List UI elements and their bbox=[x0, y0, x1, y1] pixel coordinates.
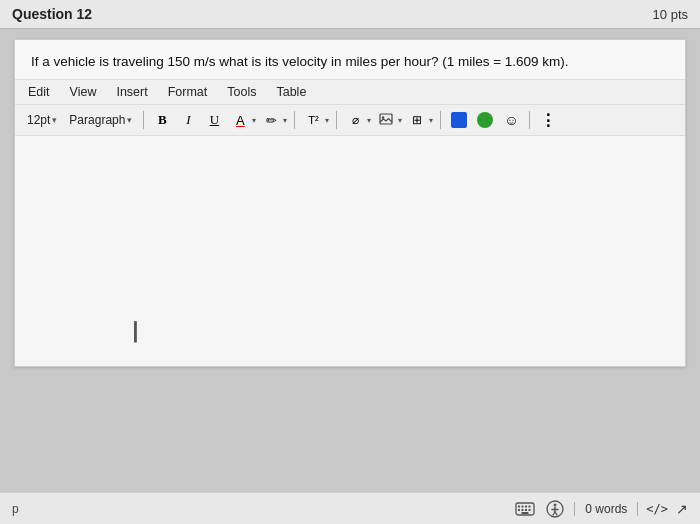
green-color-button[interactable] bbox=[474, 109, 496, 131]
highlight-arrow: ▾ bbox=[283, 116, 287, 125]
italic-button[interactable]: I bbox=[177, 109, 199, 131]
menu-format[interactable]: Format bbox=[165, 83, 211, 101]
svg-rect-3 bbox=[518, 505, 520, 507]
image-arrow: ▾ bbox=[398, 116, 402, 125]
status-right: 0 words </> ↗ bbox=[514, 498, 688, 520]
expand-button[interactable]: ↗ bbox=[676, 501, 688, 517]
font-size-selector[interactable]: 12pt ▾ bbox=[23, 111, 61, 129]
question-text: If a vehicle is traveling 150 m/s what i… bbox=[15, 40, 685, 79]
menu-view[interactable]: View bbox=[67, 83, 100, 101]
person-button[interactable]: ☺ bbox=[500, 109, 522, 131]
more-button[interactable]: ⊞ bbox=[406, 109, 428, 131]
superscript-button[interactable]: T² bbox=[302, 109, 324, 131]
menu-insert[interactable]: Insert bbox=[113, 83, 150, 101]
more-group: ⊞ ▾ bbox=[406, 109, 433, 131]
paragraph-arrow: ▾ bbox=[127, 115, 132, 125]
header-bar: Question 12 10 pts bbox=[0, 0, 700, 29]
svg-rect-9 bbox=[525, 509, 527, 511]
link-arrow: ▾ bbox=[367, 116, 371, 125]
svg-rect-10 bbox=[529, 509, 531, 511]
superscript-group: T² ▾ bbox=[302, 109, 329, 131]
underline-button[interactable]: U bbox=[203, 109, 225, 131]
superscript-arrow: ▾ bbox=[325, 116, 329, 125]
question-label: Question 12 bbox=[12, 6, 92, 22]
separator-3 bbox=[336, 111, 337, 129]
separator-2 bbox=[294, 111, 295, 129]
font-color-arrow: ▾ bbox=[252, 116, 256, 125]
code-view-button[interactable]: </> bbox=[646, 502, 668, 516]
svg-rect-5 bbox=[525, 505, 527, 507]
more-options-button[interactable]: ⋮ bbox=[537, 109, 559, 131]
keyboard-icon[interactable] bbox=[514, 498, 536, 520]
highlight-group: ✏ ▾ bbox=[260, 109, 287, 131]
editor-area[interactable]: ┃ bbox=[15, 136, 685, 366]
font-color-button[interactable]: A bbox=[229, 109, 251, 131]
paragraph-selector[interactable]: Paragraph ▾ bbox=[65, 111, 136, 129]
word-count: 0 words bbox=[574, 502, 638, 516]
svg-point-1 bbox=[382, 116, 384, 118]
menu-table[interactable]: Table bbox=[273, 83, 309, 101]
separator-4 bbox=[440, 111, 441, 129]
blue-color-button[interactable] bbox=[448, 109, 470, 131]
page-container: Question 12 10 pts If a vehicle is trave… bbox=[0, 0, 700, 524]
highlight-button[interactable]: ✏ bbox=[260, 109, 282, 131]
image-button[interactable] bbox=[375, 109, 397, 131]
editor-wrapper: If a vehicle is traveling 150 m/s what i… bbox=[14, 39, 686, 367]
font-size-value: 12pt bbox=[27, 113, 50, 127]
font-color-group: A ▾ bbox=[229, 109, 256, 131]
accessibility-icon[interactable] bbox=[544, 498, 566, 520]
paragraph-value: Paragraph bbox=[69, 113, 125, 127]
menu-tools[interactable]: Tools bbox=[224, 83, 259, 101]
bold-button[interactable]: B bbox=[151, 109, 173, 131]
svg-rect-0 bbox=[380, 114, 392, 124]
link-button[interactable]: ⌀ bbox=[344, 109, 366, 131]
font-size-arrow: ▾ bbox=[52, 115, 57, 125]
menu-bar: Edit View Insert Format Tools Table bbox=[15, 79, 685, 105]
separator-5 bbox=[529, 111, 530, 129]
toolbar: 12pt ▾ Paragraph ▾ B I U A ▾ ✏ bbox=[15, 105, 685, 136]
more-arrow: ▾ bbox=[429, 116, 433, 125]
svg-rect-8 bbox=[522, 509, 524, 511]
blue-circle bbox=[451, 112, 467, 128]
status-bar: p bbox=[0, 492, 700, 524]
svg-rect-7 bbox=[518, 509, 520, 511]
pts-label: 10 pts bbox=[653, 7, 688, 22]
separator-1 bbox=[143, 111, 144, 129]
svg-point-13 bbox=[554, 503, 557, 506]
status-left-label: p bbox=[12, 502, 19, 516]
image-group: ▾ bbox=[375, 109, 402, 131]
menu-edit[interactable]: Edit bbox=[25, 83, 53, 101]
svg-rect-6 bbox=[529, 505, 531, 507]
green-circle bbox=[477, 112, 493, 128]
text-cursor: ┃ bbox=[130, 321, 141, 343]
link-group: ⌀ ▾ bbox=[344, 109, 371, 131]
svg-rect-4 bbox=[522, 505, 524, 507]
svg-rect-11 bbox=[522, 512, 529, 514]
